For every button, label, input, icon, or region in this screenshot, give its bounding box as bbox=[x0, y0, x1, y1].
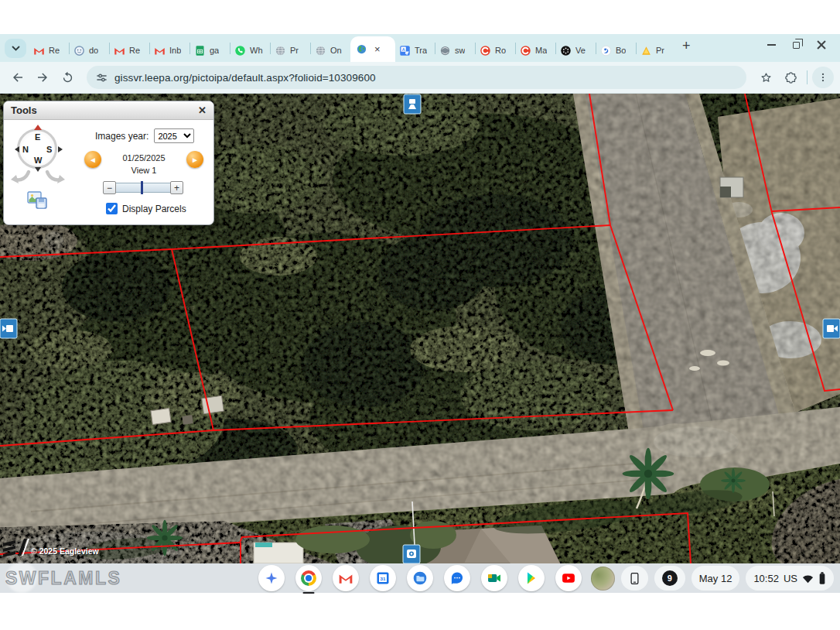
zoom-out-button[interactable]: − bbox=[103, 181, 116, 194]
dock-launcher-icon[interactable] bbox=[258, 565, 285, 591]
whatsapp-favicon-icon bbox=[234, 45, 246, 56]
pan-camera-south-icon[interactable] bbox=[403, 545, 420, 563]
tab-ro[interactable]: Ro bbox=[476, 39, 515, 62]
view-label: View 1 bbox=[103, 165, 185, 177]
back-button[interactable] bbox=[6, 66, 29, 89]
tools-panel-title: Tools bbox=[11, 104, 37, 116]
export-image-icon[interactable] bbox=[27, 191, 48, 210]
tools-close-icon[interactable]: ✕ bbox=[198, 105, 207, 115]
tab-on[interactable]: On bbox=[311, 39, 350, 62]
tab-close-icon[interactable]: × bbox=[374, 44, 381, 54]
notification-counter[interactable]: 9 bbox=[654, 566, 685, 591]
minimize-icon[interactable] bbox=[767, 44, 776, 46]
swirl-favicon-icon bbox=[600, 45, 612, 56]
dock-chrome-icon[interactable] bbox=[295, 565, 322, 591]
tab-ve[interactable]: Ve bbox=[556, 39, 596, 62]
tab-label: On bbox=[330, 46, 342, 55]
puzzle-icon bbox=[784, 71, 797, 84]
phone-icon bbox=[629, 572, 640, 585]
display-parcels-label: Display Parcels bbox=[122, 204, 186, 214]
zoom-in-button[interactable]: + bbox=[170, 181, 183, 194]
compass-rose[interactable]: E S W N bbox=[15, 126, 63, 174]
tab-label: Tra bbox=[415, 46, 427, 55]
dock-youtube-icon[interactable] bbox=[555, 565, 582, 591]
browser-toolbar: gissvr.leepa.org/pictoipa/default.aspx?f… bbox=[0, 62, 840, 94]
sheets-favicon-icon bbox=[194, 45, 206, 56]
display-parcels-checkbox[interactable] bbox=[106, 203, 118, 214]
tab-label: do bbox=[89, 46, 98, 55]
tab-label: Bo bbox=[616, 46, 626, 55]
next-image-button[interactable]: ► bbox=[186, 151, 203, 168]
avatar[interactable] bbox=[591, 567, 615, 591]
tab-sw[interactable]: sw bbox=[435, 39, 475, 62]
compass-north-pointer bbox=[34, 125, 42, 130]
rotate-right-icon[interactable] bbox=[44, 169, 66, 183]
dock-messages-icon[interactable] bbox=[444, 565, 470, 591]
tab-label: Re bbox=[49, 46, 60, 55]
tab-inb[interactable]: Inb bbox=[150, 39, 190, 62]
images-year-select[interactable]: 2025 bbox=[154, 128, 194, 143]
pan-camera-west-icon[interactable] bbox=[0, 319, 17, 338]
system-tray[interactable]: 10:52 US bbox=[746, 566, 834, 591]
calendar-date-button[interactable]: May 12 bbox=[691, 566, 740, 591]
pan-camera-north-icon[interactable] bbox=[404, 94, 421, 114]
tab-active[interactable]: × bbox=[350, 36, 395, 62]
phone-hub-button[interactable] bbox=[621, 566, 648, 591]
tab-label: Re bbox=[129, 46, 140, 55]
tab-re[interactable]: Re bbox=[29, 39, 69, 62]
tab-re[interactable]: Re bbox=[110, 39, 149, 62]
zoom-slider-track[interactable] bbox=[116, 183, 170, 193]
redc-favicon-icon bbox=[480, 45, 491, 56]
tab-label: Ro bbox=[495, 46, 506, 55]
close-window-icon[interactable] bbox=[817, 40, 826, 50]
restore-icon[interactable] bbox=[793, 42, 800, 49]
tab-label: sw bbox=[455, 46, 465, 55]
extensions-button[interactable] bbox=[779, 66, 802, 89]
rotate-left-icon[interactable] bbox=[10, 169, 32, 183]
dock-calendar-icon[interactable]: 31 bbox=[370, 565, 396, 591]
pan-camera-east-icon[interactable] bbox=[823, 319, 840, 338]
capture-date-block: 01/25/2025 View 1 bbox=[103, 152, 185, 177]
browser-menu-button[interactable] bbox=[812, 67, 834, 88]
shelf-status-area: 9 May 12 10:52 US bbox=[591, 566, 834, 591]
previous-image-button[interactable]: ◄ bbox=[84, 151, 101, 168]
toolbar-divider bbox=[807, 70, 808, 84]
tab-strip: RedoReInbgaWhPrOn×ATraswRoMaVeBoPr + bbox=[0, 34, 840, 62]
bookmark-button[interactable] bbox=[754, 66, 777, 89]
forward-button[interactable] bbox=[31, 66, 54, 89]
tab-pr[interactable]: Pr bbox=[637, 39, 676, 62]
address-bar[interactable]: gissvr.leepa.org/pictoipa/default.aspx?f… bbox=[87, 66, 746, 89]
battery-icon bbox=[818, 572, 826, 584]
dock-files-icon[interactable] bbox=[407, 565, 433, 591]
chevron-down-icon bbox=[12, 46, 20, 52]
tab-ma[interactable]: Ma bbox=[516, 39, 555, 62]
dock-meet-icon[interactable] bbox=[481, 565, 507, 591]
dock-play-icon[interactable] bbox=[518, 565, 545, 591]
notification-badge: 9 bbox=[662, 570, 678, 586]
dock-gmail-icon[interactable] bbox=[333, 565, 359, 591]
shelf-region: US bbox=[784, 573, 797, 584]
zoom-slider: − + bbox=[103, 181, 183, 194]
tab-search-button[interactable] bbox=[5, 39, 26, 58]
globe-favicon-icon bbox=[275, 45, 286, 56]
mls-watermark: SWFLAMLS bbox=[5, 568, 121, 589]
zoom-slider-thumb[interactable] bbox=[141, 181, 143, 194]
capture-date: 01/25/2025 bbox=[103, 152, 185, 165]
chromeos-shelf: 31 9 May 12 10:52 US bbox=[0, 563, 840, 593]
svg-text:31: 31 bbox=[381, 576, 386, 581]
images-year-label: Images year: bbox=[95, 131, 149, 142]
reload-button[interactable] bbox=[56, 66, 79, 89]
tab-label: Pr bbox=[290, 46, 299, 55]
new-tab-button[interactable]: + bbox=[682, 39, 691, 53]
tab-wh[interactable]: Wh bbox=[230, 39, 270, 62]
tab-bo[interactable]: Bo bbox=[596, 39, 636, 62]
tab-ga[interactable]: ga bbox=[190, 39, 230, 62]
back-arrow-icon bbox=[11, 70, 25, 84]
tab-pr[interactable]: Pr bbox=[271, 39, 310, 62]
tab-do[interactable]: do bbox=[70, 39, 109, 62]
map-viewport[interactable]: © 2025 Eagleview © 2025 Eagleview Tools … bbox=[0, 94, 840, 563]
redc-favicon-icon bbox=[520, 45, 531, 56]
tab-label: Ve bbox=[575, 46, 586, 55]
tab-tra[interactable]: ATra bbox=[395, 39, 435, 62]
tools-panel-header[interactable]: Tools ✕ bbox=[4, 101, 213, 120]
